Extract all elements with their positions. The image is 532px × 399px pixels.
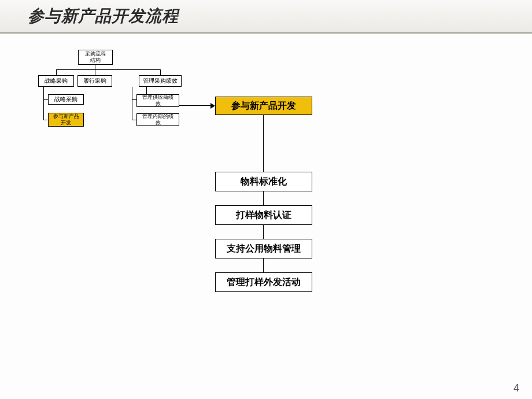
slide: 参与新产品开发流程 采购流程结构 战略采购 履行采购 管理采购绩效 战略采购 参… <box>0 0 532 399</box>
page-title: 参与新产品开发流程 <box>28 5 179 27</box>
connector <box>132 87 132 120</box>
org-l1-b: 履行采购 <box>77 75 112 87</box>
flow-main: 参与新产品开发 <box>215 97 312 115</box>
connector <box>56 69 57 75</box>
connector <box>132 120 136 120</box>
connector <box>160 69 161 75</box>
connector <box>95 65 95 69</box>
org-l2-a2: 参与新产品开发 <box>48 113 84 127</box>
arrow-head-icon <box>210 103 215 109</box>
org-l1-c: 管理采购绩效 <box>139 75 182 87</box>
org-l2-a1: 战略采购 <box>48 94 84 105</box>
arrow-line <box>179 105 212 106</box>
title-bar: 参与新产品开发流程 <box>0 0 532 34</box>
org-l2-c2: 管理内部的绩效 <box>136 113 179 126</box>
org-l2-c1: 管理供应商绩效 <box>136 94 179 107</box>
flow-step-4: 管理打样外发活动 <box>215 272 312 292</box>
connector <box>132 99 136 100</box>
connector <box>43 120 48 120</box>
flow-step-3: 支持公用物料管理 <box>215 239 312 258</box>
connector <box>43 87 44 120</box>
content-area: 采购流程结构 战略采购 履行采购 管理采购绩效 战略采购 参与新产品开发 管理供… <box>0 34 532 399</box>
connector <box>56 69 161 70</box>
org-root: 采购流程结构 <box>78 50 113 65</box>
page-number: 4 <box>513 382 519 394</box>
connector <box>263 225 264 239</box>
flow-step-2: 打样物料认证 <box>215 205 312 225</box>
flow-step-1: 物料标准化 <box>215 172 312 191</box>
connector <box>263 115 264 172</box>
connector <box>146 87 147 94</box>
connector <box>263 258 264 272</box>
connector <box>43 99 48 100</box>
org-l1-a: 战略采购 <box>38 75 74 87</box>
connector <box>95 69 95 75</box>
connector <box>263 191 264 205</box>
